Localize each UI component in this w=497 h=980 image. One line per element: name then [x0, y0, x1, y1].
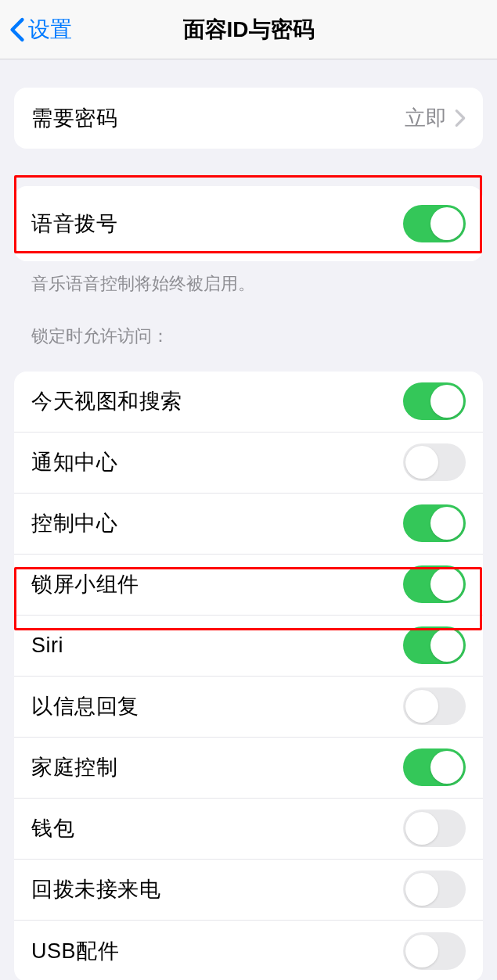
toggle-knob: [405, 873, 438, 906]
chevron-right-icon: [455, 109, 466, 127]
toggle-knob: [430, 207, 463, 240]
lock-item-label: USB配件: [31, 937, 119, 965]
lock-item-label: Siri: [31, 634, 63, 658]
lock-item-toggle[interactable]: [403, 687, 466, 725]
voice-dial-group: 语音拨号: [14, 186, 483, 261]
lock-item-label: 今天视图和搜索: [31, 387, 182, 415]
lock-item-toggle[interactable]: [403, 626, 466, 664]
lock-item-label: 回拨未接来电: [31, 875, 160, 903]
lock-item-row: 今天视图和搜索: [14, 372, 483, 433]
toggle-knob: [405, 935, 438, 967]
toggle-knob: [405, 690, 438, 723]
toggle-knob: [430, 629, 463, 662]
lock-item-row: 通知中心: [14, 433, 483, 494]
lock-item-toggle[interactable]: [403, 504, 466, 542]
lock-item-row: 锁屏小组件: [14, 555, 483, 616]
lock-item-label: 家庭控制: [31, 753, 117, 781]
lock-item-row: 回拨未接来电: [14, 860, 483, 921]
toggle-knob: [430, 385, 463, 418]
toggle-knob: [405, 812, 438, 845]
lock-item-row: 家庭控制: [14, 738, 483, 799]
lock-access-group: 今天视图和搜索通知中心控制中心锁屏小组件Siri以信息回复家庭控制钱包回拨未接来…: [14, 372, 483, 980]
lock-item-label: 控制中心: [31, 509, 117, 537]
back-label: 设置: [28, 15, 72, 45]
lock-item-toggle[interactable]: [403, 443, 466, 481]
back-button[interactable]: 设置: [0, 15, 72, 45]
lock-access-header: 锁定时允许访问：: [14, 325, 483, 357]
page-title: 面容ID与密码: [0, 15, 497, 45]
lock-item-label: 锁屏小组件: [31, 570, 139, 598]
require-passcode-label: 需要密码: [31, 104, 117, 132]
lock-item-row: 控制中心: [14, 494, 483, 555]
toggle-knob: [405, 446, 438, 479]
lock-item-label: 钱包: [31, 814, 74, 842]
lock-item-row: 钱包: [14, 799, 483, 860]
voice-dial-toggle[interactable]: [403, 205, 466, 242]
toggle-knob: [430, 568, 463, 601]
lock-item-toggle[interactable]: [403, 565, 466, 603]
lock-item-label: 通知中心: [31, 448, 117, 476]
toggle-knob: [430, 751, 463, 784]
lock-item-row: Siri: [14, 616, 483, 677]
lock-item-row: USB配件: [14, 921, 483, 980]
require-passcode-value: 立即: [405, 104, 447, 132]
voice-dial-footer: 音乐语音控制将始终被启用。: [14, 261, 483, 296]
voice-dial-label: 语音拨号: [31, 210, 117, 238]
passcode-group: 需要密码 立即: [14, 88, 483, 149]
voice-dial-row: 语音拨号: [14, 186, 483, 261]
lock-item-toggle[interactable]: [403, 871, 466, 908]
lock-item-row: 以信息回复: [14, 677, 483, 738]
nav-header: 设置 面容ID与密码: [0, 0, 497, 59]
chevron-left-icon: [9, 17, 25, 42]
lock-item-toggle[interactable]: [403, 382, 466, 420]
require-passcode-value-wrap: 立即: [405, 104, 466, 132]
lock-item-label: 以信息回复: [31, 692, 139, 720]
toggle-knob: [430, 507, 463, 540]
lock-item-toggle[interactable]: [403, 932, 466, 970]
lock-item-toggle[interactable]: [403, 809, 466, 847]
require-passcode-row[interactable]: 需要密码 立即: [14, 88, 483, 149]
lock-item-toggle[interactable]: [403, 748, 466, 786]
